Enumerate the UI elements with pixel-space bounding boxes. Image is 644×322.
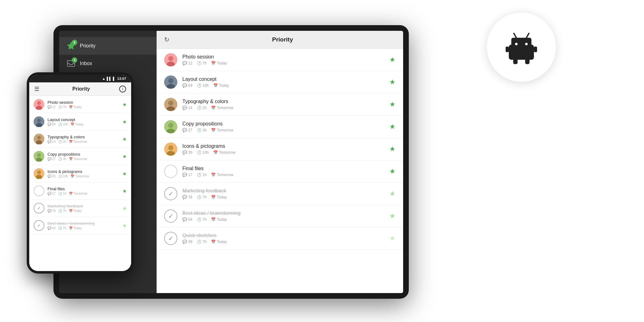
task-meta: 💬 12 🕐 7h 📅 Today	[47, 105, 120, 109]
list-item[interactable]: ✓ Best ideas / brainstorming 💬 54 🕐 7h 📅…	[29, 217, 131, 234]
avatar	[164, 75, 177, 89]
svg-point-6	[168, 78, 173, 83]
avatar	[164, 165, 177, 178]
tablet-task-list[interactable]: Photo session 💬 12 🕐 7h 📅 Today ★	[157, 49, 403, 293]
avatar	[164, 53, 177, 66]
task-meta: 💬 54 🕐 7h 📅 Today	[182, 217, 386, 222]
task-date: 📅 Today	[211, 195, 227, 199]
task-comments: 💬 14	[47, 140, 56, 143]
task-date: 📅 Tomorrow	[211, 173, 233, 177]
star-icon[interactable]: ★	[389, 123, 396, 131]
task-content: Layout concept 💬 69 🕐 10h 📅 Today	[47, 117, 120, 126]
task-title: Layout concept	[47, 117, 120, 122]
task-meta: 💬 78 🕐 7h 📅 Today	[47, 209, 120, 213]
task-title: Icons & pictograms	[47, 169, 120, 174]
task-time: 🕐 2h	[58, 140, 66, 143]
star-icon[interactable]: ★	[389, 100, 396, 108]
task-time: 🕐 3h	[58, 157, 66, 161]
svg-point-24	[37, 136, 41, 140]
task-content: Layout concept 💬 69 🕐 10h 📅 Today	[182, 76, 386, 88]
list-item[interactable]: Typography & colors 💬 14 🕐 2h 📅 Tomorrow…	[29, 130, 131, 148]
table-row[interactable]: ✓ Best ideas / brainstorming 💬 54 🕐 7h 📅…	[157, 205, 403, 227]
sidebar-item-priority[interactable]: 6 Priority	[59, 37, 157, 55]
task-date: 📅 Today	[211, 240, 227, 244]
star-icon[interactable]: ★	[389, 190, 396, 198]
priority-star-icon: 6	[67, 42, 75, 50]
list-item[interactable]: Copy propositions 💬 27 🕐 3h 📅 Tomorrow ★	[29, 148, 131, 165]
task-date: 📅 Today	[69, 105, 82, 109]
task-time: 🕐 10h	[197, 150, 209, 155]
task-time: 🕐 3h	[197, 128, 207, 132]
sidebar-item-inbox[interactable]: 4 Inbox	[59, 55, 157, 72]
list-item[interactable]: Photo session 💬 12 🕐 7h 📅 Today ★	[29, 96, 131, 113]
task-comments: 💬 54	[47, 226, 56, 230]
star-icon[interactable]: ★	[389, 56, 396, 64]
star-icon[interactable]: ★	[389, 167, 396, 175]
list-item[interactable]: Icons & pictograms 💬 35 🕐 10h 📅 Tomorrow…	[29, 165, 131, 182]
star-icon[interactable]: ★	[389, 145, 396, 153]
star-icon[interactable]: ★	[122, 205, 127, 211]
star-icon[interactable]: ★	[122, 223, 127, 229]
task-time: 🕐 7h	[58, 209, 66, 213]
task-time: 🕐 2h	[197, 106, 207, 110]
task-time: 🕐 7h	[197, 217, 207, 222]
phone-task-list[interactable]: Photo session 💬 12 🕐 7h 📅 Today ★	[29, 96, 131, 271]
star-icon[interactable]: ★	[122, 171, 127, 177]
star-icon[interactable]: ★	[122, 102, 127, 108]
refresh-icon[interactable]: ↻	[164, 36, 169, 43]
avatar: ✓	[164, 187, 177, 200]
task-date: 📅 Today	[69, 226, 82, 230]
star-icon[interactable]: ★	[389, 234, 396, 242]
table-row[interactable]: Photo session 💬 12 🕐 7h 📅 Today ★	[157, 49, 403, 71]
task-comments: 💬 69	[47, 123, 56, 126]
task-time: 🕐 7h	[58, 105, 66, 109]
table-row[interactable]: Final files 💬 17 🕐 1h 📅 Tomorrow ★	[157, 160, 403, 183]
task-content: Marketing feedback 💬 78 🕐 7h 📅 Today	[47, 204, 120, 213]
avatar	[34, 99, 44, 110]
task-date: 📅 Today	[211, 217, 227, 222]
list-item[interactable]: ✓ Marketing feedback 💬 78 🕐 7h 📅 Today ★	[29, 200, 131, 217]
svg-rect-36	[506, 47, 509, 52]
avatar: ✓	[164, 209, 177, 223]
table-row[interactable]: Typography & colors 💬 14 🕐 2h 📅 Tomorrow…	[157, 93, 403, 116]
task-comments: 💬 27	[182, 128, 192, 132]
task-time: 🕐 10h	[58, 123, 68, 126]
task-title: Copy propositions	[47, 152, 120, 157]
task-content: Icons & pictograms 💬 35 🕐 10h 📅 Tomorrow	[182, 143, 386, 155]
table-row[interactable]: Icons & pictograms 💬 35 🕐 10h 📅 Tomorrow…	[157, 138, 403, 160]
task-comments: 💬 12	[47, 105, 56, 109]
task-title: Final files	[47, 186, 120, 191]
info-icon[interactable]: i	[119, 86, 126, 92]
task-comments: 💬 17	[47, 192, 56, 195]
phone-status-icons: ▲ ▌▌ ▌	[102, 77, 115, 80]
list-item[interactable]: Layout concept 💬 69 🕐 10h 📅 Today ★	[29, 113, 131, 130]
task-content: Icons & pictograms 💬 35 🕐 10h 📅 Tomorrow	[47, 169, 120, 178]
star-icon[interactable]: ★	[122, 188, 127, 194]
tablet-main: ↻ Priority	[157, 31, 403, 293]
svg-point-18	[37, 101, 41, 105]
task-meta: 💬 54 🕐 7h 📅 Today	[47, 226, 120, 230]
task-date: 📅 Today	[213, 83, 229, 88]
star-icon[interactable]: ★	[389, 212, 396, 220]
svg-rect-39	[525, 58, 530, 64]
table-row[interactable]: Layout concept 💬 69 🕐 10h 📅 Today ★	[157, 71, 403, 93]
star-icon[interactable]: ★	[122, 136, 127, 142]
star-icon[interactable]: ★	[122, 153, 127, 159]
list-item[interactable]: Final files 💬 17 🕐 1h 📅 Tomorrow ★	[29, 182, 131, 200]
table-row[interactable]: ✓ Quick sketches 💬 39 🕐 7h 📅 Today ★	[157, 227, 403, 250]
avatar	[164, 98, 177, 111]
star-icon[interactable]: ★	[122, 119, 127, 125]
menu-icon[interactable]: ☰	[34, 86, 39, 92]
task-comments: 💬 69	[182, 83, 192, 88]
task-date: 📅 Tomorrow	[213, 150, 236, 155]
task-meta: 💬 14 🕐 2h 📅 Tomorrow	[182, 106, 386, 110]
task-meta: 💬 12 🕐 7h 📅 Today	[182, 61, 386, 65]
table-row[interactable]: ✓ Marketing feedback 💬 78 🕐 7h 📅 Today ★	[157, 183, 403, 205]
avatar	[34, 168, 44, 179]
avatar	[34, 116, 44, 127]
star-icon[interactable]: ★	[389, 78, 396, 86]
phone-status-bar: ▲ ▌▌ ▌ 13:07	[29, 75, 131, 82]
table-row[interactable]: Copy propositions 💬 27 🕐 3h 📅 Tomorrow ★	[157, 116, 403, 138]
battery-icon: ▌	[113, 77, 115, 80]
svg-point-34	[515, 43, 518, 45]
